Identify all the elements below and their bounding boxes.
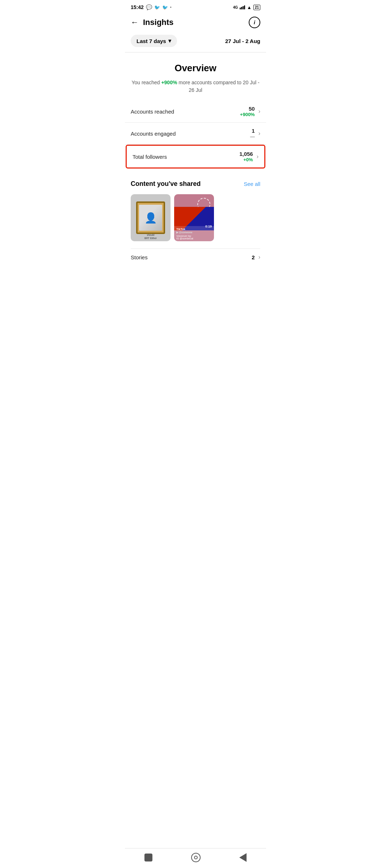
battery-indicator: 21 — [253, 5, 260, 10]
date-filter-dropdown[interactable]: Last 7 days ▾ — [131, 35, 177, 47]
chevron-right-icon-3: › — [257, 153, 258, 160]
stat-number-accounts-reached: 50 — [240, 106, 255, 112]
stats-section: Accounts reached 50 +900% › Accounts eng… — [125, 98, 266, 171]
info-button[interactable]: i — [249, 17, 260, 28]
status-left: 15:42 💬 🐦 🐦 · — [131, 4, 172, 10]
date-filter-label: Last 7 days — [136, 38, 166, 44]
stat-right-total-followers: 1,056 +0% › — [239, 151, 258, 162]
wifi-icon: ▲ — [247, 5, 252, 10]
twitter-icon-2: 🐦 — [162, 5, 168, 10]
content-thumbnail-2[interactable]: 0:19 TikTok▶ @someone Voiceover by:IG @s… — [174, 194, 214, 241]
stat-label-accounts-reached: Accounts reached — [131, 109, 174, 115]
stat-number-total-followers: 1,056 — [239, 151, 253, 157]
voiceover-label: Voiceover by:IG @sombecat — [176, 235, 212, 240]
content-header: Content you've shared See all — [131, 180, 260, 188]
thumb-footer: TikTok▶ @someone Voiceover by:IG @sombec… — [174, 226, 214, 241]
signal-bars — [240, 5, 245, 9]
see-all-button[interactable]: See all — [244, 181, 260, 187]
overview-highlight: +900% — [161, 80, 177, 85]
twitter-icon-1: 🐦 — [154, 5, 160, 10]
stat-change-accounts-reached: +900% — [240, 112, 255, 117]
stories-count: 2 — [252, 254, 255, 260]
stat-right-accounts-reached: 50 +900% › — [240, 106, 260, 117]
date-range-row: Last 7 days ▾ 27 Jul - 2 Aug — [125, 33, 266, 52]
content-thumbnail-1[interactable]: 👤 shouldBRT Either — [131, 194, 171, 241]
overview-section: Overview You reached +900% more accounts… — [125, 52, 266, 98]
stat-label-accounts-engaged: Accounts engaged — [131, 131, 176, 137]
stat-row-total-followers[interactable]: Total followers 1,056 +0% › — [126, 145, 265, 169]
stat-change-total-followers: +0% — [239, 157, 253, 162]
content-section: Content you've shared See all 👤 shouldBR… — [125, 171, 266, 269]
chevron-right-icon: › — [258, 108, 260, 115]
stat-number-accounts-engaged: 1 — [250, 128, 255, 134]
stat-values-accounts-reached: 50 +900% — [240, 106, 255, 117]
stat-row-accounts-engaged[interactable]: Accounts engaged 1 — › — [125, 123, 266, 145]
whatsapp-icon: 💬 — [146, 4, 152, 10]
photo-image: 👤 — [139, 205, 162, 231]
stories-chevron-icon: › — [258, 254, 260, 260]
photo-caption: shouldBRT Either — [131, 234, 171, 240]
overview-suffix: more accounts compared to 20 Jul - 26 Ju… — [177, 80, 259, 93]
status-right: 4G ▲ 21 — [233, 5, 260, 10]
content-section-title: Content you've shared — [131, 180, 201, 188]
date-range-display: 27 Jul - 2 Aug — [225, 38, 260, 44]
stat-values-total-followers: 1,056 +0% — [239, 151, 253, 162]
stories-right: 2 › — [252, 254, 260, 260]
chevron-down-icon: ▾ — [168, 38, 171, 44]
content-thumbnails: 👤 shouldBRT Either 0:19 TikTok▶ @someone… — [131, 194, 260, 241]
stat-change-accounts-engaged: — — [250, 134, 255, 139]
stories-row[interactable]: Stories 2 › — [131, 248, 260, 265]
network-indicator: 4G — [233, 5, 238, 9]
overview-subtitle: You reached +900% more accounts compared… — [131, 79, 260, 94]
page-title: Insights — [143, 18, 249, 27]
person-icon: 👤 — [144, 212, 157, 224]
overview-title: Overview — [131, 63, 260, 74]
chevron-right-icon-2: › — [258, 130, 260, 137]
photo-frame: 👤 — [136, 201, 165, 234]
status-bar: 15:42 💬 🐦 🐦 · 4G ▲ 21 — [125, 0, 266, 13]
stat-label-total-followers: Total followers — [133, 154, 167, 160]
back-button[interactable]: ← — [131, 18, 139, 27]
stat-right-accounts-engaged: 1 — › — [250, 128, 260, 139]
tiktok-label: TikTok▶ @someone — [176, 227, 212, 234]
stat-values-accounts-engaged: 1 — — [250, 128, 255, 139]
top-nav: ← Insights i — [125, 13, 266, 33]
dot-indicator: · — [170, 4, 172, 10]
stories-label: Stories — [131, 254, 148, 260]
time-display: 15:42 — [131, 4, 144, 10]
overview-prefix: You reached — [131, 80, 161, 85]
stat-row-accounts-reached[interactable]: Accounts reached 50 +900% › — [125, 101, 266, 123]
